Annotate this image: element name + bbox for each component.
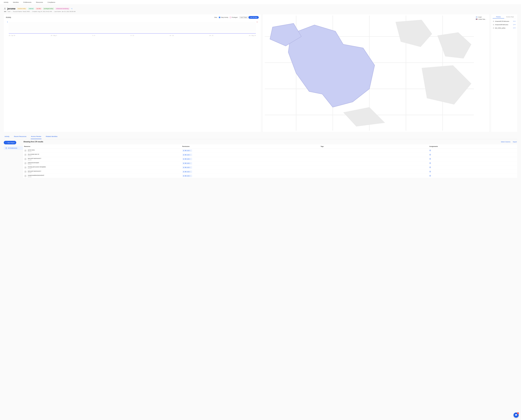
view-label: View: xyxy=(214,17,217,18)
sidebar: ＋ New Report All Entitlements xyxy=(4,141,23,178)
tags-cell xyxy=(320,157,428,161)
assignments-help-icon[interactable] xyxy=(429,158,431,160)
tags-cell xyxy=(320,165,428,170)
country-list: Israel United Stat… xyxy=(476,15,487,131)
new-report-button[interactable]: ＋ New Report xyxy=(4,141,16,144)
export-link[interactable]: Export xyxy=(513,141,517,142)
resource-type: Bucket xyxy=(28,176,44,177)
assignments-help-icon[interactable] xyxy=(429,167,431,168)
top-nav: Activity Identities Entitlements Resourc… xyxy=(0,0,521,5)
tag-internal: internal xyxy=(28,8,34,10)
range-toggle: Last 7 Days Last 30 Days xyxy=(239,16,259,19)
activity-title: Activity xyxy=(6,16,11,18)
resource-name: suspensedetectwizerdort2 xyxy=(28,174,44,176)
assignments-help-icon[interactable] xyxy=(429,171,431,173)
table-row[interactable]: polyrizeoverwatch Bucket C R U D S xyxy=(23,161,517,165)
nav-activity[interactable]: Activity xyxy=(4,0,8,5)
tab-related-identities[interactable]: Related Identities xyxy=(46,134,58,139)
col-resource[interactable]: Resource xyxy=(23,144,181,149)
tab-access-keys[interactable]: Access Keys xyxy=(504,15,516,18)
col-tags[interactable]: Tags xyxy=(320,144,428,149)
document-icon xyxy=(5,147,7,149)
select-columns-link[interactable]: Select Columns xyxy=(501,141,510,142)
tags-cell xyxy=(320,161,428,165)
gavel-icon: ⚖ xyxy=(493,20,494,22)
tab-access-review[interactable]: Access Review xyxy=(31,134,41,139)
policy-row[interactable]: ⚖ AmazonS3FullAccess 1 >> xyxy=(493,23,516,26)
panel-map: Israel United Stat… xyxy=(263,14,489,132)
table-row[interactable]: moody-percussion-templates Bucket C R U … xyxy=(23,165,517,170)
resource-name: polyrizeoverwatch xyxy=(28,162,39,164)
label-daily-activity: Daily Activity xyxy=(221,17,228,18)
table-row[interactable]: acme-tests Bucket C R U D S xyxy=(23,149,517,153)
chart-x-axis: 24 - Apr 28 29 - May 3 4 - 8 9 - 13 14 -… xyxy=(9,35,256,36)
tab-activity[interactable]: Activity xyxy=(4,134,10,139)
tag-more[interactable]: +1 xyxy=(71,8,73,9)
table-row[interactable]: test-josh-hammond-2 Bucket C R U D S xyxy=(23,170,517,174)
col-permission[interactable]: Permission xyxy=(181,144,320,149)
chart-y-right: 1 xyxy=(257,21,257,23)
resource-name: test-josh-hammond-3 xyxy=(28,158,41,159)
tab-recent-resources[interactable]: Recent Resources xyxy=(14,134,27,139)
assignments-help-icon[interactable] xyxy=(429,175,431,177)
flag-israel-icon xyxy=(476,16,478,18)
bucket-icon xyxy=(24,153,27,156)
nav-resources[interactable]: Resources xyxy=(36,0,43,5)
country-item-israel[interactable]: Israel xyxy=(476,16,487,18)
permission-badge[interactable]: C R U D S xyxy=(182,166,192,169)
resource-name: test-josh-hammond-2 xyxy=(28,170,41,172)
world-map[interactable] xyxy=(265,15,474,131)
panel-policies: Policies Access Keys ⚖ AmazonEC2FullAcce… xyxy=(491,14,517,132)
policy-count-link[interactable]: 1 >> xyxy=(513,27,516,29)
assignments-help-icon[interactable] xyxy=(429,163,431,164)
nav-identities[interactable]: Identities xyxy=(13,0,19,5)
resource-type: Bucket xyxy=(28,164,39,165)
resource-type: Bucket xyxy=(28,159,41,161)
bucket-icon xyxy=(24,149,27,152)
sidebar-item-all-entitlements[interactable]: All Entitlements xyxy=(4,146,23,150)
tab-policies[interactable]: Policies xyxy=(493,15,504,18)
user-icon xyxy=(4,8,6,10)
identity-name: jerome xyxy=(7,7,15,10)
permission-badge[interactable]: C R U D S xyxy=(182,158,192,160)
range-30-days[interactable]: Last 30 Days xyxy=(249,16,259,19)
tag-inactive-entity: inactive entity xyxy=(17,8,27,10)
gavel-icon: ⚖ xyxy=(493,24,494,25)
permission-badge[interactable]: C R U D S xyxy=(182,175,192,177)
policy-row[interactable]: ⚖ AmazonEC2FullAccess 1 >> xyxy=(493,20,516,23)
col-assignments[interactable]: Assignments xyxy=(428,144,517,149)
nav-entitlements[interactable]: Entitlements xyxy=(23,0,31,5)
table-row[interactable]: suspensedetectwizerdort2 Bucket C R U D … xyxy=(23,174,517,178)
provider-badge: aws xyxy=(4,11,7,12)
table-row[interactable]: test-josh-hammond-3 Bucket C R U D S xyxy=(23,157,517,161)
identity-subheader: aws User | Account Name: Vtest2 AWS | Cr… xyxy=(4,11,517,12)
table-row[interactable]: my-smoke-test-14 Bucket C R U D S xyxy=(23,153,517,157)
checkbox-daily-activity[interactable]: ✓ xyxy=(219,17,220,18)
policy-row[interactable]: ⚖ test_inline_policy 1 >> xyxy=(493,26,516,30)
assignments-help-icon[interactable] xyxy=(429,154,431,156)
chart-y-left: 1 xyxy=(7,21,8,23)
panel-activity: Activity View: ✓ Daily Activity ✓ Privil… xyxy=(4,14,261,132)
svg-point-0 xyxy=(5,8,5,9)
policy-count-link[interactable]: 1 >> xyxy=(513,24,516,25)
bucket-icon xyxy=(24,170,27,173)
permission-badge[interactable]: C R U D S xyxy=(182,162,192,165)
permission-badge[interactable]: C R U D S xyxy=(182,171,192,173)
nav-compliance[interactable]: Compliance xyxy=(48,0,55,5)
assignments-help-icon[interactable] xyxy=(429,150,431,151)
permission-badge[interactable]: C R U D S xyxy=(182,149,192,152)
checkbox-privileged[interactable]: ✓ xyxy=(230,17,231,18)
chart-grid xyxy=(9,22,256,34)
country-item-united-states[interactable]: United Stat… xyxy=(476,18,487,20)
permission-badge[interactable]: C R U D S xyxy=(182,154,192,156)
policy-count-link[interactable]: 1 >> xyxy=(513,21,516,22)
identity-header: jerome inactive entity internal no mfa p… xyxy=(4,7,517,10)
results-title: Showing first 170 results xyxy=(23,141,43,143)
resource-name: acme-tests xyxy=(28,149,35,151)
bucket-icon xyxy=(24,175,27,177)
flag-us-icon xyxy=(476,19,478,20)
activity-chart: 1 1 24 - Apr 28 29 - May 3 4 - 8 9 - 13 … xyxy=(6,21,259,36)
identity-created: Created: Aug 24, 2021 04:32 AM xyxy=(32,11,52,12)
tags-cell xyxy=(320,170,428,174)
range-7-days[interactable]: Last 7 Days xyxy=(239,16,249,19)
